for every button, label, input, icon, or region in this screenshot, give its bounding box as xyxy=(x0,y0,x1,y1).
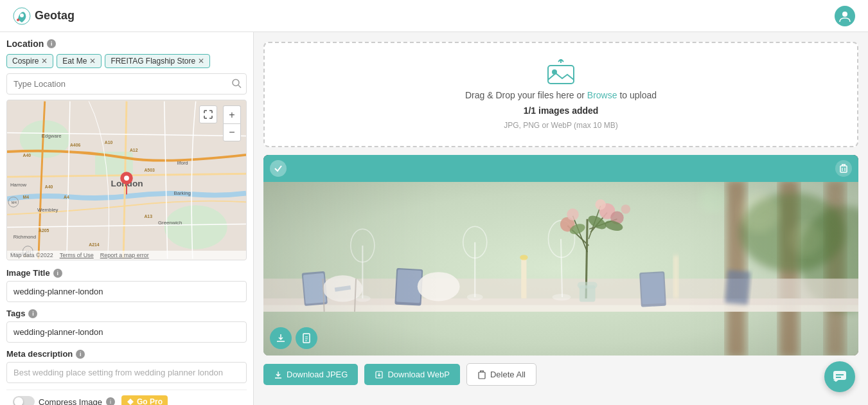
search-icon xyxy=(231,78,242,88)
location-tags-row: Cospire ✕ Eat Me ✕ FREITAG Flagship Stor… xyxy=(6,54,247,68)
image-title-group: Image Title i xyxy=(6,268,247,302)
svg-rect-107 xyxy=(303,334,310,343)
svg-text:Greenwich: Greenwich xyxy=(158,220,182,226)
image-title-label-row: Image Title i xyxy=(6,268,247,278)
search-button[interactable] xyxy=(231,78,242,90)
zoom-out-button[interactable]: − xyxy=(223,123,241,141)
svg-line-5 xyxy=(238,85,241,87)
location-tag-eatme: Eat Me ✕ xyxy=(57,54,102,68)
download-jpeg-button[interactable]: Download JPEG xyxy=(263,364,358,385)
map-controls: + − xyxy=(223,105,241,141)
svg-text:M4: M4 xyxy=(12,201,17,204)
meta-desc-info-icon[interactable]: i xyxy=(76,350,85,359)
logo-icon xyxy=(13,7,31,25)
svg-text:M4: M4 xyxy=(22,195,29,199)
image-title-input[interactable] xyxy=(6,281,247,302)
check-icon xyxy=(270,160,287,177)
svg-text:A406: A406 xyxy=(70,143,81,147)
search-input[interactable] xyxy=(6,73,247,94)
image-title-info-icon[interactable]: i xyxy=(53,269,62,278)
svg-text:A205: A205 xyxy=(39,228,49,233)
map-container[interactable]: London Edgware Harrow Wembley Ilford Bar… xyxy=(6,100,247,260)
image-hint: JPG, PNG or WebP (max 10 MB) xyxy=(504,121,618,130)
meta-desc-label: Meta description xyxy=(6,349,73,359)
download-icon xyxy=(276,333,286,343)
left-panel: Location i Cospire ✕ Eat Me ✕ FREITAG Fl… xyxy=(0,32,254,405)
tags-label: Tags xyxy=(6,309,25,318)
user-avatar[interactable] xyxy=(835,6,855,26)
meta-desc-group: Meta description i xyxy=(6,349,247,383)
svg-text:A10: A10 xyxy=(105,140,113,145)
map-expand-button[interactable] xyxy=(199,105,217,123)
svg-text:Edgware: Edgware xyxy=(42,133,62,139)
chat-icon xyxy=(832,369,847,384)
location-tag-freitag: FREITAG Flagship Store ✕ xyxy=(105,54,210,68)
expand-icon xyxy=(204,110,213,119)
svg-text:Ilford: Ilford xyxy=(177,160,188,166)
svg-point-8 xyxy=(164,205,227,249)
tag-label-cospire: Cospire xyxy=(12,57,39,66)
chat-bubble[interactable] xyxy=(824,361,855,392)
svg-point-2 xyxy=(17,19,19,21)
image-overlay-buttons xyxy=(270,327,317,349)
location-info-icon[interactable]: i xyxy=(47,39,56,48)
download-overlay-button[interactable] xyxy=(270,327,292,349)
logo[interactable]: Geotag xyxy=(13,7,75,25)
map-data-text: Map data ©2022 xyxy=(10,252,53,258)
compress-toggle[interactable] xyxy=(13,396,35,405)
svg-point-42 xyxy=(124,176,129,181)
svg-text:A503: A503 xyxy=(144,168,155,172)
svg-text:A4: A4 xyxy=(64,195,69,199)
svg-point-4 xyxy=(233,79,239,86)
tags-info-icon[interactable]: i xyxy=(28,309,37,318)
meta-desc-label-row: Meta description i xyxy=(6,349,247,359)
wedding-image xyxy=(263,182,858,356)
svg-rect-105 xyxy=(263,182,858,356)
download-webp-button[interactable]: Download WebP xyxy=(364,364,460,385)
right-panel: Drag & Drop your files here or Browse to… xyxy=(254,32,868,405)
svg-text:A214: A214 xyxy=(89,242,100,247)
svg-marker-44 xyxy=(127,399,134,405)
meta-desc-input[interactable] xyxy=(6,362,247,383)
svg-text:A40: A40 xyxy=(22,153,31,158)
map-svg: London Edgware Harrow Wembley Ilford Bar… xyxy=(7,100,246,260)
location-search-container xyxy=(6,73,247,94)
svg-text:Wembley: Wembley xyxy=(37,207,58,213)
checkmark-icon xyxy=(274,164,283,173)
svg-rect-47 xyxy=(840,166,847,172)
zoom-in-button[interactable]: + xyxy=(223,105,241,123)
map-attribution: Map data ©2022 Terms of Use Report a map… xyxy=(7,251,246,260)
svg-rect-45 xyxy=(548,66,574,84)
tags-label-row: Tags i xyxy=(6,309,247,318)
tag-label-freitag: FREITAG Flagship Store xyxy=(111,57,195,66)
image-title-label: Image Title xyxy=(6,268,50,278)
upload-icon xyxy=(545,59,576,85)
compress-info-icon[interactable]: i xyxy=(106,397,115,405)
tag-remove-freitag[interactable]: ✕ xyxy=(198,57,204,65)
svg-text:A13: A13 xyxy=(144,214,152,219)
delete-all-button[interactable]: Delete All xyxy=(466,363,536,386)
delete-all-label: Delete All xyxy=(490,370,526,379)
download-jpeg-label: Download JPEG xyxy=(287,370,348,379)
report-error[interactable]: Report a map error xyxy=(100,252,149,258)
action-row: Download JPEG Download WebP Delete All xyxy=(263,363,858,386)
compress-toggle-container: Compress Image i xyxy=(13,396,115,405)
tag-remove-eatme[interactable]: ✕ xyxy=(89,57,96,65)
go-pro-badge[interactable]: Go Pro xyxy=(121,395,168,405)
tag-remove-cospire[interactable]: ✕ xyxy=(41,57,48,65)
svg-text:Barking: Barking xyxy=(173,190,191,196)
wedding-image-svg xyxy=(263,182,858,356)
terms-of-use[interactable]: Terms of Use xyxy=(60,252,94,258)
tags-input[interactable] xyxy=(6,321,247,343)
image-card-header xyxy=(263,155,858,182)
delete-image-button[interactable] xyxy=(835,160,852,177)
svg-point-3 xyxy=(842,12,847,17)
tags-group: Tags i xyxy=(6,309,247,343)
svg-point-1 xyxy=(20,14,24,17)
svg-rect-113 xyxy=(479,372,485,379)
drop-text-after: to upload xyxy=(619,90,657,100)
compress-label: Compress Image xyxy=(39,397,102,406)
drop-zone[interactable]: Drag & Drop your files here or Browse to… xyxy=(263,42,858,147)
browse-link[interactable]: Browse xyxy=(587,90,617,100)
info-overlay-button[interactable] xyxy=(296,327,317,349)
